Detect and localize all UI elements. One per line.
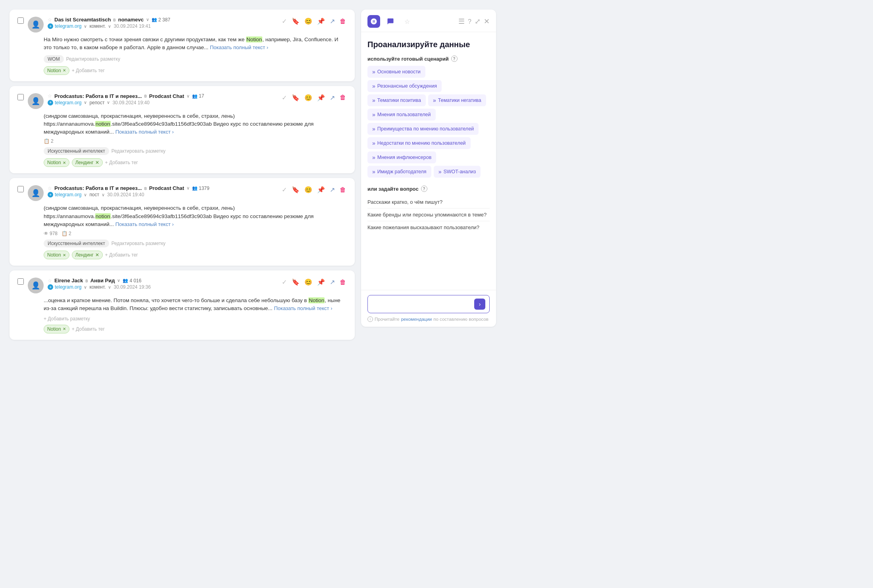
scenario-button[interactable]: » Мнения пользователей <box>367 109 436 121</box>
emoji-action-icon[interactable]: 😊 <box>304 278 313 287</box>
pin-action-icon[interactable]: 📌 <box>316 17 326 26</box>
delete-action-icon[interactable]: 🗑 <box>339 278 347 287</box>
panel-input-area: › i Прочитайте рекомендации по составлен… <box>361 290 496 327</box>
card-checkbox[interactable] <box>17 17 24 24</box>
other-tag[interactable]: Лендинг ✕ <box>72 251 103 259</box>
scenario-button[interactable]: » Мнения инфлюенсеров <box>367 151 436 163</box>
add-tag-button[interactable]: + Добавить тег <box>105 160 138 165</box>
panel-title: Проанализируйте данные <box>367 40 490 49</box>
share-action-icon[interactable]: ↗ <box>329 185 336 194</box>
card-checkbox[interactable] <box>17 94 24 100</box>
check-action-icon[interactable]: ✓ <box>281 185 288 194</box>
show-more-link[interactable]: Показать полный текст › <box>115 221 174 227</box>
scenario-help-icon[interactable]: ? <box>451 56 458 62</box>
bookmark-action-icon[interactable]: 🔖 <box>291 185 300 194</box>
delete-action-icon[interactable]: 🗑 <box>339 186 347 194</box>
author-name: Prodcastus: Работа в IT и переез... <box>54 185 142 191</box>
remove-tag-icon[interactable]: ✕ <box>63 161 66 165</box>
share-action-icon[interactable]: ↗ <box>329 93 336 102</box>
card-star-icon[interactable]: ☆ <box>48 17 52 23</box>
pin-action-icon[interactable]: 📌 <box>316 278 326 287</box>
scenario-button[interactable]: » Преимущества по мнению пользователей <box>367 123 479 135</box>
scenario-button[interactable]: » Недостатки по мнению пользователей <box>367 137 471 149</box>
panel-header: ☆ ☰ ? ⤢ ✕ <box>361 10 496 32</box>
expand-icon[interactable]: ⤢ <box>475 17 481 26</box>
card-tags-area: Notion ✕Лендинг ✕+ Добавить тег <box>44 251 347 259</box>
card-meta: ☆ Prodcastus: Работа в IT и переез... в … <box>48 185 210 197</box>
highlight-word: Notion <box>246 36 262 42</box>
chat-icon[interactable] <box>384 15 397 28</box>
show-more-link[interactable]: Показать полный текст › <box>210 44 268 50</box>
panel-input[interactable] <box>372 301 472 307</box>
notion-tag[interactable]: Notion ✕ <box>44 158 69 167</box>
card-checkbox[interactable] <box>17 278 24 285</box>
close-icon[interactable]: ✕ <box>484 17 490 26</box>
channel-name[interactable]: Prodcast Chat <box>149 93 184 99</box>
question-button[interactable]: Расскажи кратко, о чём пишут? <box>367 196 490 209</box>
card-checkbox[interactable] <box>17 186 24 192</box>
show-more-link[interactable]: Показать полный текст › <box>274 305 332 311</box>
emoji-action-icon[interactable]: 😊 <box>304 185 313 194</box>
bookmark-action-icon[interactable]: 🔖 <box>291 278 300 287</box>
type-arrow-icon: ∨ <box>107 100 110 105</box>
channel-name[interactable]: nonamevc <box>118 17 144 23</box>
edit-markup-button[interactable]: Редактировать разметку <box>112 241 165 246</box>
scenario-button[interactable]: » Основные новости <box>367 66 425 78</box>
channel-arrow-icon: ∨ <box>187 94 190 99</box>
remove-tag-icon[interactable]: ✕ <box>63 327 66 331</box>
check-action-icon[interactable]: ✓ <box>281 278 288 287</box>
check-action-icon[interactable]: ✓ <box>281 93 288 102</box>
share-action-icon[interactable]: ↗ <box>329 17 336 26</box>
recommendations-link[interactable]: рекомендации <box>401 317 432 322</box>
notion-tag[interactable]: Notion ✕ <box>44 325 69 333</box>
notion-tag[interactable]: Notion ✕ <box>44 251 69 259</box>
card-star-icon[interactable]: ☆ <box>48 93 52 99</box>
question-help-icon[interactable]: ? <box>421 186 427 192</box>
cat-icon[interactable] <box>367 15 380 28</box>
question-button[interactable]: Какие пожелания высказывают пользователи… <box>367 221 490 234</box>
category-tag: WOM <box>44 55 64 63</box>
scenario-button[interactable]: » Резонансные обсуждения <box>367 80 442 92</box>
stat-item: 👁 978 <box>44 231 58 236</box>
card-body: ...оценка и краткое мнение. Потом поняла… <box>44 297 347 313</box>
channel-name[interactable]: Prodcast Chat <box>149 185 184 191</box>
add-tag-button[interactable]: + Добавить тег <box>72 68 105 73</box>
star-icon[interactable]: ☆ <box>401 15 413 28</box>
other-tag[interactable]: Лендинг ✕ <box>72 158 103 167</box>
send-button[interactable]: › <box>474 299 485 310</box>
scenario-button[interactable]: » Тематики негатива <box>428 94 486 106</box>
remove-tag-icon[interactable]: ✕ <box>95 252 99 258</box>
notion-tag[interactable]: Notion ✕ <box>44 66 69 75</box>
card-star-icon[interactable]: ☆ <box>48 278 52 283</box>
list-icon[interactable]: ☰ <box>458 17 465 26</box>
show-more-link[interactable]: Показать полный текст › <box>115 129 174 135</box>
delete-action-icon[interactable]: 🗑 <box>339 93 347 102</box>
add-tag-button[interactable]: + Добавить тег <box>72 326 105 332</box>
delete-action-icon[interactable]: 🗑 <box>339 17 347 26</box>
edit-markup-button[interactable]: Редактировать разметку <box>112 148 165 154</box>
scenario-button[interactable]: » Тематики позитива <box>367 94 426 106</box>
add-markup-button[interactable]: + Добавить разметку <box>44 316 90 322</box>
emoji-action-icon[interactable]: 😊 <box>304 17 313 26</box>
edit-markup-button[interactable]: Редактировать разметку <box>66 56 120 62</box>
remove-tag-icon[interactable]: ✕ <box>63 253 66 257</box>
card-star-icon[interactable]: ☆ <box>48 186 52 191</box>
pin-action-icon[interactable]: 📌 <box>316 93 326 102</box>
bookmark-action-icon[interactable]: 🔖 <box>291 93 300 102</box>
help-icon[interactable]: ? <box>468 17 471 26</box>
check-action-icon[interactable]: ✓ <box>281 17 288 26</box>
panel-input-wrapper: › <box>367 295 490 313</box>
pin-action-icon[interactable]: 📌 <box>316 185 326 194</box>
scenario-button[interactable]: » SWOT-анализ <box>434 166 481 178</box>
card-title-row: ☆ Prodcastus: Работа в IT и переез... в … <box>48 185 210 191</box>
share-action-icon[interactable]: ↗ <box>329 278 336 287</box>
question-button[interactable]: Какие бренды или персоны упоминаются в т… <box>367 209 490 221</box>
remove-tag-icon[interactable]: ✕ <box>95 160 99 165</box>
emoji-action-icon[interactable]: 😊 <box>304 93 313 102</box>
highlight-word: notion <box>95 121 111 127</box>
scenario-button[interactable]: » Имидж работодателя <box>367 166 431 178</box>
bookmark-action-icon[interactable]: 🔖 <box>291 17 300 26</box>
channel-name[interactable]: Анви Рид <box>90 278 115 283</box>
remove-tag-icon[interactable]: ✕ <box>63 68 66 73</box>
add-tag-button[interactable]: + Добавить тег <box>105 252 138 258</box>
